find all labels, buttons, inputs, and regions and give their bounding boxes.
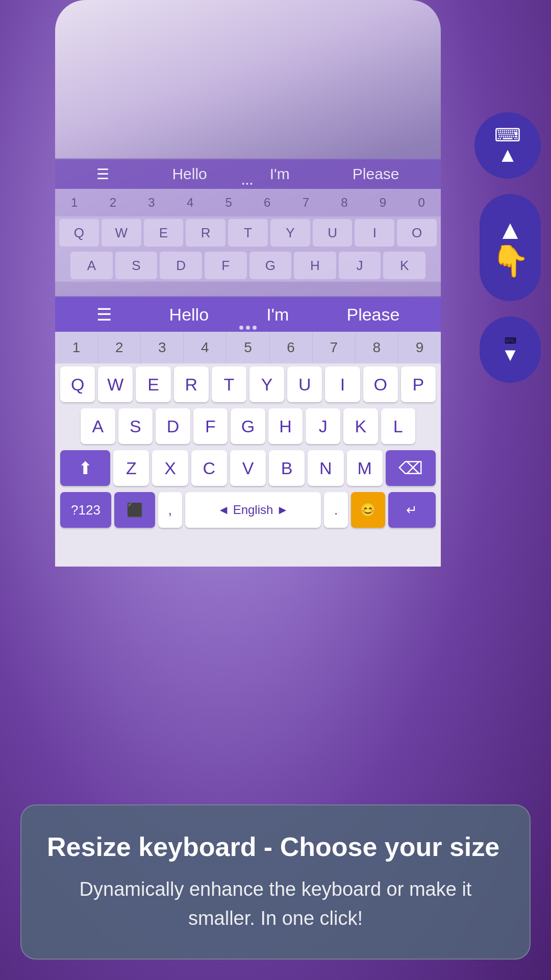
suggestion-hello-small: Hello <box>172 165 207 183</box>
num-key-5[interactable]: 5 <box>227 332 269 363</box>
num-toggle-label: ?123 <box>71 502 101 518</box>
key-w[interactable]: W <box>98 366 133 402</box>
key-k[interactable]: K <box>343 408 378 444</box>
key-g-small: G <box>249 252 292 279</box>
info-box: Resize keyboard - Choose your size Dynam… <box>20 804 531 960</box>
number-row-small: 1 2 3 4 5 6 7 8 9 0 <box>55 189 441 216</box>
keyboard-show-button[interactable]: ⌨ ▼ <box>480 316 541 383</box>
key-e[interactable]: E <box>136 366 170 402</box>
asdf-row-small: A S D F G H J K <box>55 249 441 282</box>
num-key-8[interactable]: 8 <box>356 332 398 363</box>
num-toggle-key[interactable]: ?123 <box>60 492 111 528</box>
key-x[interactable]: X <box>152 450 188 486</box>
hand-cursor-icon: 👇 <box>491 243 530 279</box>
key-e-small: E <box>144 219 184 247</box>
key-f[interactable]: F <box>193 408 228 444</box>
key-a[interactable]: A <box>81 408 115 444</box>
asdf-row: A S D F G H J K L <box>55 405 441 447</box>
arrow-down-icon: ▼ <box>501 346 519 364</box>
num-key-9[interactable]: 9 <box>398 332 441 363</box>
backspace-key[interactable]: ⌫ <box>386 450 436 486</box>
key-r-small: R <box>186 219 226 247</box>
key-i-small: I <box>355 219 394 247</box>
num-key-7[interactable]: 7 <box>313 332 356 363</box>
comma-key[interactable]: , <box>158 492 182 528</box>
key-c[interactable]: C <box>191 450 227 486</box>
key-a-small: A <box>70 252 113 279</box>
suggestion-hello-main[interactable]: Hello <box>169 305 209 325</box>
arrow-up-icon-top: ▲ <box>497 144 518 165</box>
qwerty-row: Q W E R T Y U I O P <box>55 363 441 405</box>
key-o[interactable]: O <box>363 366 398 402</box>
key-s-small: S <box>115 252 158 279</box>
key-g[interactable]: G <box>231 408 265 444</box>
num-key-6-small: 6 <box>248 189 287 216</box>
key-m[interactable]: M <box>347 450 383 486</box>
comma-label: , <box>168 502 172 518</box>
key-j-small: J <box>339 252 381 279</box>
key-k-small: K <box>383 252 425 279</box>
key-p[interactable]: P <box>401 366 436 402</box>
key-n[interactable]: N <box>308 450 343 486</box>
num-key-1[interactable]: 1 <box>55 332 98 363</box>
num-key-7-small: 7 <box>287 189 325 216</box>
num-key-3[interactable]: 3 <box>141 332 184 363</box>
suggestion-bar-main: ☰ Hello I'm Please <box>55 297 441 332</box>
num-key-2[interactable]: 2 <box>98 332 141 363</box>
info-title: Resize keyboard - Choose your size <box>47 831 504 863</box>
enter-key[interactable]: ↵ <box>388 492 436 528</box>
key-w-small: W <box>102 219 141 247</box>
backspace-icon: ⌫ <box>398 458 423 478</box>
key-v[interactable]: V <box>230 450 266 486</box>
suggestion-im-small: I'm <box>270 165 290 183</box>
bottom-row: ?123 ⬛ , ◄ English ► . 😊 ↵ <box>55 489 441 531</box>
key-r[interactable]: R <box>174 366 209 402</box>
key-h-small: H <box>294 252 336 279</box>
arrow-up-icon: ▲ <box>497 216 523 243</box>
num-key-3-small: 3 <box>132 189 171 216</box>
key-s[interactable]: S <box>118 408 153 444</box>
key-t[interactable]: T <box>212 366 246 402</box>
num-key-4[interactable]: 4 <box>184 332 227 363</box>
key-b[interactable]: B <box>269 450 305 486</box>
num-key-8-small: 8 <box>325 189 364 216</box>
key-q[interactable]: Q <box>60 366 95 402</box>
key-y[interactable]: Y <box>249 366 284 402</box>
resize-up-button[interactable]: ▲ 👇 <box>480 194 541 301</box>
key-j[interactable]: J <box>306 408 340 444</box>
lang-switcher-key[interactable]: ⬛ <box>114 492 155 528</box>
zxcv-row: ⬆ Z X C V B N M ⌫ <box>55 447 441 489</box>
key-u-small: U <box>313 219 353 247</box>
key-y-small: Y <box>270 219 310 247</box>
keyboard-hide-button[interactable]: ⌨ ▲ <box>474 112 541 179</box>
shift-key[interactable]: ⬆ <box>60 450 110 486</box>
key-l[interactable]: L <box>381 408 416 444</box>
key-h[interactable]: H <box>268 408 303 444</box>
emoji-key[interactable]: 😊 <box>351 492 385 528</box>
menu-icon-main[interactable]: ☰ <box>96 306 112 323</box>
key-o-small: O <box>397 219 437 247</box>
num-key-0-small: 0 <box>402 189 441 216</box>
key-d[interactable]: D <box>156 408 190 444</box>
suggestion-bar-small: ☰ Hello I'm Please ••• <box>55 159 441 189</box>
period-key[interactable]: . <box>324 492 348 528</box>
emoji-icon: 😊 <box>360 502 376 518</box>
key-d-small: D <box>160 252 202 279</box>
num-key-6[interactable]: 6 <box>270 332 313 363</box>
keyboard-main: ☰ Hello I'm Please 1 2 3 4 5 6 7 8 9 Q W… <box>55 296 441 567</box>
key-q-small: Q <box>59 219 99 247</box>
spacebar-key[interactable]: ◄ English ► <box>185 492 321 528</box>
suggestion-im-main[interactable]: I'm <box>266 305 289 325</box>
shift-icon: ⬆ <box>78 458 92 478</box>
num-key-4-small: 4 <box>171 189 210 216</box>
lang-icon: ⬛ <box>127 502 143 518</box>
num-key-9-small: 9 <box>364 189 403 216</box>
suggestion-please-main[interactable]: Please <box>346 305 399 325</box>
period-label: . <box>334 502 338 518</box>
key-z[interactable]: Z <box>113 450 149 486</box>
key-u[interactable]: U <box>287 366 322 402</box>
menu-icon-small: ☰ <box>96 166 109 183</box>
number-row-main: 1 2 3 4 5 6 7 8 9 <box>55 332 441 363</box>
key-i[interactable]: I <box>325 366 360 402</box>
qwerty-row-small: Q W E R T Y U I O <box>55 216 441 249</box>
